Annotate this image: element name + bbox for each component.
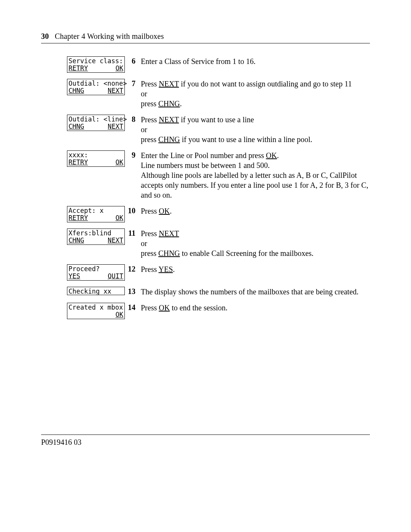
lcd-display: Proceed? YES QUIT [67,264,125,281]
step-row: Xfers:blind CHNG NEXT 11 Press NEXT or p… [67,228,370,258]
step-row: Service class: RETRY OK 6 Enter a Class … [67,56,370,73]
lcd-line-1: Proceed? [68,265,123,273]
lcd-display: Service class: RETRY OK [67,56,125,73]
key-ok: OK [159,304,170,312]
step-list: Service class: RETRY OK 6 Enter a Class … [67,56,370,319]
key-next: NEXT [159,80,179,88]
softkey-ok[interactable]: OK [116,311,123,318]
lcd-line-1: Outdial: <none> [68,80,123,87]
key-next: NEXT [159,229,179,238]
softkey-retry[interactable]: RETRY [68,65,88,72]
step-row: Outdial: <none> CHNG NEXT 7 Press NEXT i… [67,79,370,109]
lcd-display: Outdial: <line> CHNG NEXT [67,115,125,131]
step-number: 9 [125,150,137,160]
key-chng: CHNG [158,249,180,257]
softkey-next[interactable]: NEXT [108,123,123,130]
footer-rule [41,435,370,435]
lcd-display: Accept: x RETRY OK [67,206,125,222]
softkey-ok[interactable]: OK [116,159,123,166]
softkey-chng[interactable]: CHNG [68,87,84,94]
softkey-retry[interactable]: RETRY [68,159,88,166]
step-number: 10 [125,206,137,215]
softkey-chng[interactable]: CHNG [68,123,84,130]
step-number: 14 [125,303,137,312]
softkey-retry[interactable]: RETRY [68,214,88,222]
step-number: 11 [125,228,137,238]
step-text: Press NEXT if you want to use a line or … [137,115,370,144]
softkey-next[interactable]: NEXT [108,237,123,244]
step-text: Enter the Line or Pool number and press … [137,150,370,200]
step-text: Press OK to end the session. [137,303,370,313]
softkey-ok[interactable]: OK [116,65,123,72]
step-row: Outdial: <line> CHNG NEXT 8 Press NEXT i… [67,115,370,144]
lcd-display: Xfers:blind CHNG NEXT [67,228,125,245]
lcd-line-1: Created x mbox [68,304,123,311]
softkey-ok[interactable]: OK [116,214,123,222]
key-ok: OK [159,207,170,215]
lcd-display: Outdial: <none> CHNG NEXT [67,79,125,95]
lcd-line-1: xxxx: [68,152,123,159]
lcd-line-1: Accept: x [68,207,123,214]
step-text: Press NEXT or press CHNG to enable Call … [137,228,370,258]
step-row: Proceed? YES QUIT 12 Press YES. [67,264,370,281]
key-yes: YES [158,265,173,273]
step-row: xxxx: RETRY OK 9 Enter the Line or Pool … [67,150,370,200]
lcd-line-1: Outdial: <line> [68,116,123,123]
lcd-display: Checking xx [67,287,125,295]
step-text: The display shows the numbers of the mai… [137,287,370,297]
key-chng: CHNG [158,135,180,144]
page-header: 30 Chapter 4 Working with mailboxes [41,32,370,41]
step-text: Press NEXT if you do not want to assign … [137,79,370,109]
page-footer: P0919416 03 [41,432,370,447]
step-text: Press OK. [137,206,370,216]
step-row: Checking xx 13 The display shows the num… [67,287,370,297]
step-number: 6 [125,56,137,66]
lcd-display: Created x mbox OK [67,303,125,319]
step-row: Created x mbox OK 14 Press OK to end the… [67,303,370,319]
softkey-next[interactable]: NEXT [108,87,123,94]
key-chng: CHNG [158,99,180,108]
key-next: NEXT [159,115,179,124]
document-page: 30 Chapter 4 Working with mailboxes Serv… [0,0,411,532]
header-rule [41,43,370,43]
step-number: 7 [125,79,137,88]
key-ok: OK [266,151,277,160]
step-row: Accept: x RETRY OK 10 Press OK. [67,206,370,222]
lcd-display: xxxx: RETRY OK [67,150,125,167]
chapter-title: Chapter 4 Working with mailboxes [55,32,164,40]
lcd-line-1: Checking xx [68,288,123,295]
lcd-line-1: Service class: [68,58,123,65]
step-text: Press YES. [137,264,370,274]
document-id: P0919416 03 [41,438,370,447]
step-text: Enter a Class of Service from 1 to 16. [137,56,370,66]
softkey-chng[interactable]: CHNG [68,237,84,244]
step-number: 13 [125,287,137,296]
softkey-quit[interactable]: QUIT [108,273,123,280]
step-number: 12 [125,264,137,273]
lcd-line-1: Xfers:blind [68,230,123,237]
step-number: 8 [125,115,137,124]
softkey-yes[interactable]: YES [68,273,80,280]
page-number: 30 [41,32,49,40]
